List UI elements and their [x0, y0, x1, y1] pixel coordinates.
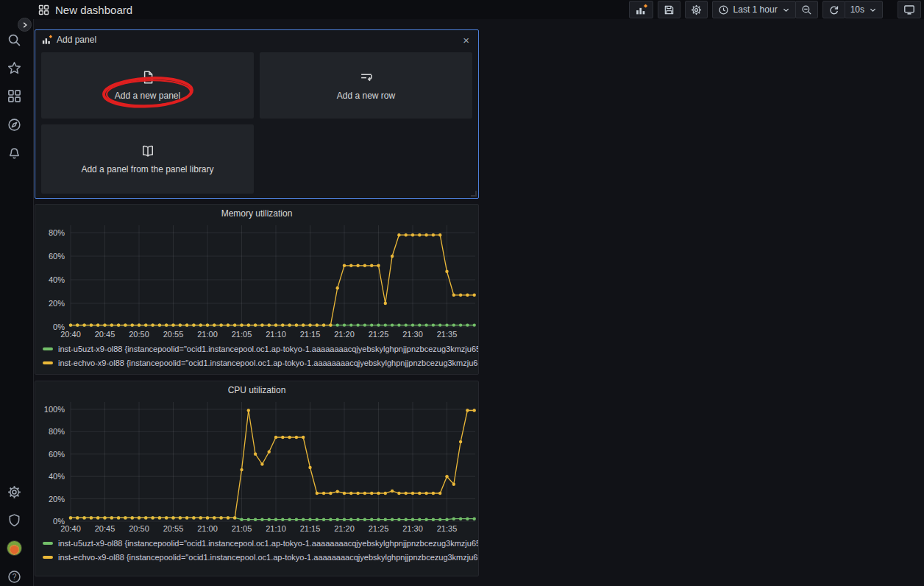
svg-text:21:25: 21:25 — [369, 330, 389, 339]
cycle-view-mode-button[interactable] — [898, 1, 921, 18]
svg-text:60%: 60% — [49, 450, 65, 459]
svg-text:21:25: 21:25 — [369, 524, 389, 533]
svg-text:20:50: 20:50 — [129, 330, 149, 339]
series-color-swatch — [43, 556, 53, 559]
add-panel-widget-header[interactable]: Add panel × — [35, 30, 478, 49]
chevron-down-icon — [782, 6, 790, 14]
legend-item[interactable]: inst-echvo-x9-ol88 {instancepoolid="ocid… — [43, 550, 478, 564]
legend-item[interactable]: inst-u5uzt-x9-ol88 {instancepoolid="ocid… — [43, 536, 478, 550]
gear-icon — [691, 4, 702, 15]
svg-text:21:20: 21:20 — [334, 330, 355, 339]
add-new-row-button[interactable]: Add a new row — [260, 52, 472, 119]
add-panel-from-library-label: Add a panel from the panel library — [81, 164, 213, 174]
close-icon[interactable]: × — [460, 33, 472, 47]
svg-text:21:05: 21:05 — [232, 524, 252, 533]
help-icon: ? — [7, 570, 21, 584]
add-new-panel-label: Add a new panel — [115, 91, 180, 101]
add-panel-button[interactable] — [629, 1, 653, 18]
clock-icon — [718, 4, 729, 15]
svg-text:40%: 40% — [49, 472, 65, 481]
panel-cpu-utilization: CPU utilization 0%20%40%60%80%100%20:402… — [35, 381, 479, 576]
panel-title[interactable]: Memory utilization — [35, 205, 478, 222]
svg-text:20:55: 20:55 — [163, 330, 184, 339]
star-icon — [7, 61, 21, 75]
dashboard-title-button[interactable]: New dashboard — [38, 4, 132, 16]
dashboard-grid-icon — [38, 4, 49, 15]
svg-text:21:35: 21:35 — [437, 524, 458, 533]
empty-grid-cell — [260, 124, 472, 194]
sidebar-item-explore[interactable] — [3, 113, 25, 135]
save-dashboard-button[interactable] — [658, 1, 680, 18]
logo-spacer — [0, 0, 34, 19]
svg-text:21:10: 21:10 — [266, 524, 286, 533]
svg-text:20:45: 20:45 — [95, 524, 115, 533]
gear-icon — [7, 485, 21, 499]
svg-text:20:55: 20:55 — [163, 524, 184, 533]
panel-memory-utilization: Memory utilization 0%20%40%60%80%20:4020… — [35, 204, 479, 375]
svg-text:21:20: 21:20 — [334, 524, 355, 533]
sidebar-item-server-admin[interactable] — [3, 509, 25, 531]
row-return-icon — [359, 70, 374, 85]
toolbar: Last 1 hour 10s — [629, 1, 924, 18]
refresh-interval-label: 10s — [850, 4, 864, 15]
svg-text:?: ? — [12, 573, 16, 581]
add-new-row-label: Add a new row — [337, 91, 395, 101]
sidebar-item-dashboards[interactable] — [3, 85, 25, 107]
add-panel-from-library-button[interactable]: Add a panel from the panel library — [41, 124, 254, 194]
svg-text:20:45: 20:45 — [95, 330, 115, 339]
bell-icon — [7, 146, 21, 160]
sidebar-item-search[interactable] — [3, 29, 25, 51]
add-panel-widget: Add panel × Add a new panel Add a new ro… — [35, 29, 479, 199]
svg-text:21:30: 21:30 — [402, 330, 423, 339]
sidebar-item-configuration[interactable] — [3, 481, 25, 503]
series-label: inst-echvo-x9-ol88 {instancepoolid="ocid… — [58, 359, 478, 367]
svg-text:21:10: 21:10 — [266, 330, 286, 339]
cpu-utilization-chart[interactable]: 0%20%40%60%80%100%20:4020:4520:5020:5521… — [37, 399, 478, 536]
add-new-panel-button[interactable]: Add a new panel — [41, 52, 254, 119]
legend-item[interactable]: inst-echvo-x9-ol88 {instancepoolid="ocid… — [43, 356, 478, 370]
svg-text:21:30: 21:30 — [402, 524, 423, 533]
svg-text:80%: 80% — [49, 427, 65, 436]
svg-text:20%: 20% — [49, 495, 65, 504]
add-panel-widget-title: Add panel — [57, 35, 96, 45]
sidebar-item-help[interactable]: ? — [3, 565, 25, 586]
series-label: inst-u5uzt-x9-ol88 {instancepoolid="ocid… — [58, 345, 478, 353]
dashboards-grid-icon — [7, 89, 21, 103]
series-label: inst-echvo-x9-ol88 {instancepoolid="ocid… — [58, 553, 478, 562]
top-navbar: New dashboard — [0, 0, 924, 19]
sidebar-item-profile[interactable] — [3, 537, 25, 559]
svg-text:40%: 40% — [49, 275, 65, 284]
refresh-button[interactable] — [822, 1, 845, 18]
add-panel-icon — [635, 4, 647, 16]
sidebar-expand-button[interactable] — [18, 18, 32, 32]
time-range-picker[interactable]: Last 1 hour — [712, 1, 796, 18]
sidebar-item-alerting[interactable] — [3, 141, 25, 163]
resize-handle[interactable] — [471, 191, 477, 197]
sidebar: ? — [0, 0, 34, 586]
refresh-interval-picker[interactable]: 10s — [845, 1, 883, 18]
svg-text:80%: 80% — [49, 228, 65, 237]
chevron-right-icon — [21, 21, 29, 29]
series-color-swatch — [43, 542, 53, 545]
svg-text:21:00: 21:00 — [197, 330, 218, 339]
file-icon — [141, 70, 155, 85]
svg-text:21:35: 21:35 — [437, 330, 458, 339]
svg-text:21:15: 21:15 — [300, 330, 321, 339]
sidebar-item-starred[interactable] — [3, 57, 25, 79]
legend-item[interactable]: inst-u5uzt-x9-ol88 {instancepoolid="ocid… — [43, 342, 478, 356]
legend: inst-u5uzt-x9-ol88 {instancepoolid="ocid… — [35, 536, 478, 564]
series-color-swatch — [43, 361, 53, 364]
zoom-out-icon — [801, 4, 812, 15]
svg-text:20:40: 20:40 — [60, 524, 81, 533]
dashboard-settings-button[interactable] — [685, 1, 708, 18]
svg-text:21:05: 21:05 — [232, 330, 252, 339]
svg-text:20:50: 20:50 — [129, 524, 149, 533]
svg-text:20:40: 20:40 — [60, 330, 81, 339]
memory-utilization-chart[interactable]: 0%20%40%60%80%20:4020:4520:5020:5521:002… — [37, 222, 478, 342]
panel-title[interactable]: CPU utilization — [35, 381, 478, 399]
page-title: New dashboard — [55, 4, 132, 16]
add-panel-options: Add a new panel Add a new row Add a pane… — [41, 52, 472, 194]
zoom-out-time-button[interactable] — [795, 1, 818, 18]
shield-icon — [7, 513, 21, 527]
refresh-icon — [828, 4, 839, 15]
